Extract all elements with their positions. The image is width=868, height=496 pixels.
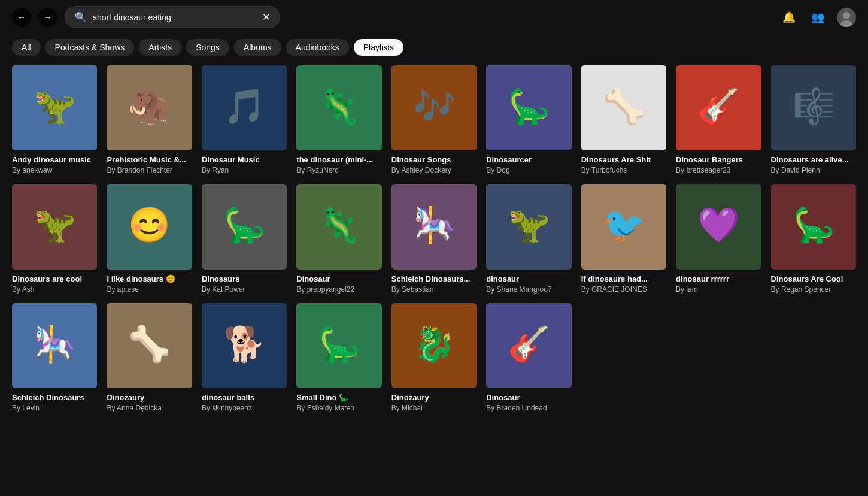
card-title: Small Dino 🦕 xyxy=(296,393,381,402)
back-button[interactable]: ← xyxy=(12,8,31,27)
card-title: I like dinosaurs 😊 xyxy=(107,274,192,283)
card-title: Schleich Dinosaurs xyxy=(12,393,97,402)
playlist-card[interactable]: 🎸DinosaurBy Braden Undead xyxy=(486,303,571,412)
svg-text:🎸: 🎸 xyxy=(508,324,551,365)
card-subtitle: By Levin xyxy=(12,404,97,412)
card-subtitle: By Kat Power xyxy=(202,285,287,294)
card-title: Dinosaur Songs xyxy=(391,155,477,164)
playlist-card[interactable]: 🦕Small Dino 🦕By Esbeidy Mateo xyxy=(296,303,381,412)
playlist-card[interactable]: 🦖Dinosaurs are coolBy Ash xyxy=(12,184,97,293)
card-subtitle: By Dog xyxy=(486,166,571,174)
filter-tab-audiobooks[interactable]: Audiobooks xyxy=(286,39,349,56)
svg-text:😊: 😊 xyxy=(128,205,171,246)
playlist-card[interactable]: 🦴Dinosaurs Are ShitBy Turbofuchs xyxy=(581,65,666,174)
card-subtitle: By Turbofuchs xyxy=(581,166,666,174)
topbar: ← → 🔍 ✕ 🔔 👥 xyxy=(0,0,868,34)
svg-text:🦕: 🦕 xyxy=(318,324,361,365)
card-title: Dinosaurs Are Shit xyxy=(581,155,666,164)
card-subtitle: By RyzuNerd xyxy=(296,166,381,174)
playlist-card[interactable]: 🎶Dinosaur SongsBy Ashley Dockery xyxy=(391,65,477,174)
card-title: Dinosaurcer xyxy=(486,155,571,164)
svg-text:🦴: 🦴 xyxy=(602,86,645,127)
card-title: dinosaur rrrrrr xyxy=(676,274,761,283)
card-title: Dinozaury xyxy=(391,393,477,402)
results-grid: 🦖Andy dinosaur musicBy anekwaw🦣Prehistor… xyxy=(0,65,868,424)
filter-tab-songs[interactable]: Songs xyxy=(186,39,229,56)
playlist-card[interactable]: 🦕DinosaurcerBy Dog xyxy=(486,65,571,174)
svg-text:🦖: 🦖 xyxy=(34,86,77,127)
svg-point-1 xyxy=(843,12,850,19)
svg-text:🦕: 🦕 xyxy=(792,205,835,246)
clear-search-button[interactable]: ✕ xyxy=(262,11,270,23)
card-subtitle: By Ryan xyxy=(202,166,287,174)
svg-text:🦣: 🦣 xyxy=(128,86,171,127)
card-title: Dinosaurs Are Cool xyxy=(771,274,856,283)
svg-text:🎶: 🎶 xyxy=(412,86,456,127)
card-title: Schleich Dinosaurs... xyxy=(391,274,477,283)
playlist-card[interactable]: 🎠Schleich Dinosaurs...By Sebastian xyxy=(391,184,477,293)
svg-text:🐉: 🐉 xyxy=(412,324,456,365)
card-title: Andy dinosaur music xyxy=(12,155,97,164)
card-title: dinosaur balls xyxy=(202,393,287,402)
forward-button[interactable]: → xyxy=(38,8,57,27)
playlist-card[interactable]: 🐕dinosaur ballsBy skinnypeenz xyxy=(202,303,287,412)
playlist-card[interactable]: 🎠Schleich DinosaursBy Levin xyxy=(12,303,97,412)
friends-button[interactable]: 👥 xyxy=(808,8,827,27)
card-subtitle: By Esbeidy Mateo xyxy=(296,404,381,412)
playlist-card[interactable]: 🦕Dinosaurs Are CoolBy Regan Spencer xyxy=(771,184,856,293)
svg-text:🎵: 🎵 xyxy=(223,86,266,127)
svg-text:🦕: 🦕 xyxy=(508,86,551,127)
playlist-card[interactable]: 🎸Dinosaur BangersBy brettseager23 xyxy=(676,65,761,174)
search-input[interactable] xyxy=(93,13,256,22)
card-subtitle: By preppyangel22 xyxy=(296,285,381,294)
svg-text:🎼: 🎼 xyxy=(792,86,835,127)
playlist-card[interactable]: 🦎the dinosaur (mini-...By RyzuNerd xyxy=(296,65,381,174)
svg-text:🦖: 🦖 xyxy=(34,205,77,246)
card-subtitle: By aptese xyxy=(107,285,192,294)
card-title: Dinosaurs are cool xyxy=(12,274,97,283)
playlist-card[interactable]: 💜dinosaur rrrrrrBy iam xyxy=(676,184,761,293)
card-subtitle: By Regan Spencer xyxy=(771,285,856,294)
svg-text:🐦: 🐦 xyxy=(602,205,645,246)
playlist-card[interactable]: 😊I like dinosaurs 😊By aptese xyxy=(107,184,192,293)
svg-text:🦕: 🦕 xyxy=(223,205,266,246)
playlist-card[interactable]: 🦖dinosaurBy Shane Mangroo7 xyxy=(486,184,571,293)
card-title: Dinosaur Bangers xyxy=(676,155,761,164)
filter-tabs: AllPodcasts & ShowsArtistsSongsAlbumsAud… xyxy=(0,34,868,65)
filter-tab-all[interactable]: All xyxy=(12,39,41,56)
playlist-card[interactable]: 🎼Dinosaurs are alive...By David Plenn xyxy=(771,65,856,174)
playlist-card[interactable]: 🦕DinosaursBy Kat Power xyxy=(202,184,287,293)
svg-text:🎠: 🎠 xyxy=(412,205,456,246)
svg-text:🎠: 🎠 xyxy=(34,324,77,365)
card-subtitle: By David Plenn xyxy=(771,166,856,174)
playlist-card[interactable]: 🦴DinozauryBy Anna Dębicka xyxy=(107,303,192,412)
topbar-right: 🔔 👥 xyxy=(779,8,856,27)
filter-tab-artists[interactable]: Artists xyxy=(139,39,181,56)
playlist-card[interactable]: 🐦If dinosaurs had...By GRACIE JOINES xyxy=(581,184,666,293)
card-subtitle: By Shane Mangroo7 xyxy=(486,285,571,294)
card-subtitle: By Sebastian xyxy=(391,285,477,294)
card-title: the dinosaur (mini-... xyxy=(296,155,381,164)
card-subtitle: By skinnypeenz xyxy=(202,404,287,412)
notifications-button[interactable]: 🔔 xyxy=(779,8,799,27)
card-title: Dinosaur Music xyxy=(202,155,287,164)
card-title: Dinosaur xyxy=(296,274,381,283)
card-subtitle: By brettseager23 xyxy=(676,166,761,174)
svg-text:🦎: 🦎 xyxy=(318,205,361,246)
card-subtitle: By Michal xyxy=(391,404,477,412)
avatar[interactable] xyxy=(837,8,856,27)
playlist-card[interactable]: 🦣Prehistoric Music &...By Brandon Fiecht… xyxy=(107,65,192,174)
card-title: Dinosaurs are alive... xyxy=(771,155,856,164)
card-title: Dinosaurs xyxy=(202,274,287,283)
playlist-card[interactable]: 🦎DinosaurBy preppyangel22 xyxy=(296,184,381,293)
filter-tab-playlists[interactable]: Playlists xyxy=(354,39,403,56)
card-title: Prehistoric Music &... xyxy=(107,155,192,164)
card-subtitle: By Anna Dębicka xyxy=(107,404,192,412)
filter-tab-podcasts[interactable]: Podcasts & Shows xyxy=(45,39,135,56)
svg-text:🎸: 🎸 xyxy=(697,86,740,127)
playlist-card[interactable]: 🦖Andy dinosaur musicBy anekwaw xyxy=(12,65,97,174)
playlist-card[interactable]: 🎵Dinosaur MusicBy Ryan xyxy=(202,65,287,174)
filter-tab-albums[interactable]: Albums xyxy=(234,39,281,56)
playlist-card[interactable]: 🐉DinozauryBy Michal xyxy=(391,303,477,412)
card-subtitle: By Brandon Fiechter xyxy=(107,166,192,174)
